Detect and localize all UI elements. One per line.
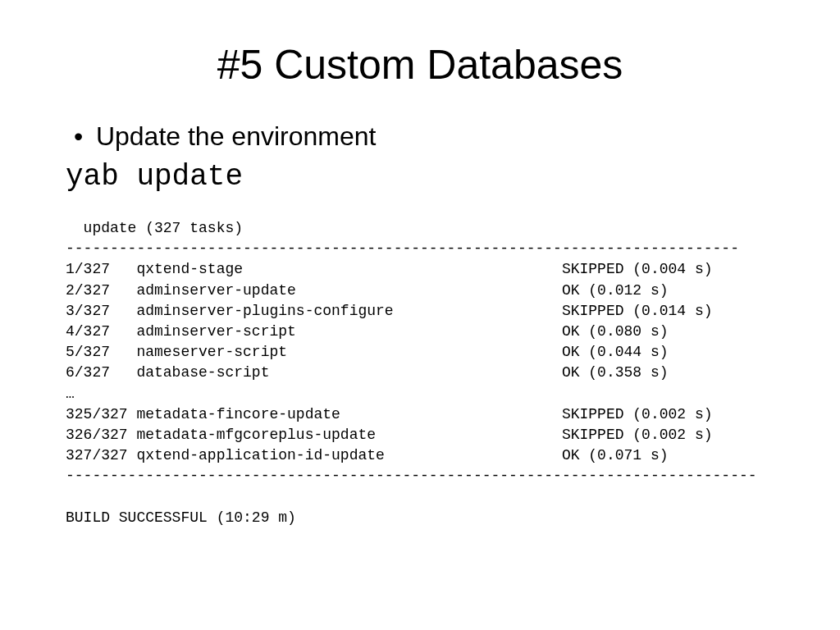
terminal-output: update (327 tasks) ---------------------… — [66, 218, 799, 528]
command-text: yab update — [66, 160, 799, 194]
bullet-item: • Update the environment — [74, 121, 799, 152]
bullet-text: Update the environment — [96, 121, 377, 151]
slide-title: #5 Custom Databases — [41, 41, 799, 89]
bullet-dot-icon: • — [74, 121, 89, 152]
